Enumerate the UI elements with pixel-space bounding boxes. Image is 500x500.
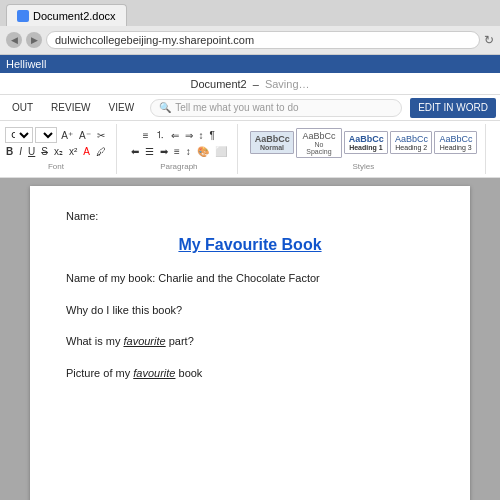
book-name-line: Name of my book: Charlie and the Chocola… bbox=[66, 270, 434, 288]
saving-status: Saving… bbox=[265, 78, 310, 90]
tab-view[interactable]: VIEW bbox=[101, 95, 143, 120]
style-heading1[interactable]: AaBbCc Heading 1 bbox=[344, 131, 388, 154]
name-label: Name: bbox=[66, 210, 98, 222]
highlight-button[interactable]: 🖊 bbox=[94, 145, 108, 158]
picture-suffix: book bbox=[175, 367, 202, 379]
book-name-prompt: Name of my book: bbox=[66, 272, 155, 284]
format-clear-button[interactable]: ✂ bbox=[95, 129, 107, 142]
name-field-line: Name: bbox=[66, 210, 434, 222]
strikethrough-button[interactable]: S bbox=[39, 145, 50, 158]
favourite-part-line: What is my favourite part? bbox=[66, 333, 434, 351]
paragraph-group: ≡ ⒈ ⇐ ⇒ ↕ ¶ ⬅ ☰ ➡ ≡ ↕ 🎨 ⬜ Paragraph bbox=[129, 124, 238, 174]
style-no-spacing[interactable]: AaBbCc No Spacing bbox=[296, 128, 342, 158]
document-page: Name: My Favourite Book Name of my book:… bbox=[30, 186, 470, 500]
address-bar: ◀ ▶ dulwichcollegebeijing-my.sharepoint.… bbox=[0, 26, 500, 54]
tab-layout[interactable]: OUT bbox=[4, 95, 41, 120]
tell-me-placeholder: Tell me what you want to do bbox=[175, 102, 298, 113]
justify-button[interactable]: ≡ bbox=[172, 145, 182, 158]
font-selectors: Calibri 12 A⁺ A⁻ ✂ bbox=[5, 127, 106, 143]
favourite-part-suffix: part? bbox=[166, 335, 194, 347]
forward-button[interactable]: ▶ bbox=[26, 32, 42, 48]
font-family-select[interactable]: Calibri bbox=[5, 127, 33, 143]
styles-group-label: Styles bbox=[352, 162, 374, 171]
favourite-part-prompt: What is my bbox=[66, 335, 123, 347]
indent-button[interactable]: ⇒ bbox=[183, 129, 195, 142]
styles-row: AaBbCc Normal AaBbCc No Spacing AaBbCc H… bbox=[250, 128, 477, 158]
font-grow-button[interactable]: A⁺ bbox=[59, 129, 75, 142]
subscript-button[interactable]: x₂ bbox=[52, 145, 65, 158]
outdent-button[interactable]: ⇐ bbox=[169, 129, 181, 142]
shading-button[interactable]: 🎨 bbox=[195, 145, 211, 158]
app-header: Helliwell bbox=[0, 55, 500, 73]
picture-word: favourite bbox=[133, 367, 175, 379]
like-prompt: Why do I like this book? bbox=[66, 304, 182, 316]
style-heading2[interactable]: AaBbCc Heading 2 bbox=[390, 131, 432, 154]
doc-title-bar: Document2 – Saving… bbox=[0, 73, 500, 95]
refresh-button[interactable]: ↻ bbox=[484, 33, 494, 47]
doc-name-label: Document2 bbox=[190, 78, 246, 90]
app-title: Helliwell bbox=[6, 58, 46, 70]
tab-bar: Document2.docx bbox=[0, 0, 500, 26]
picture-prompt: Picture of my bbox=[66, 367, 133, 379]
underline-button[interactable]: U bbox=[26, 145, 37, 158]
superscript-button[interactable]: x² bbox=[67, 145, 79, 158]
sort-button[interactable]: ↕ bbox=[197, 129, 206, 142]
font-group-label: Font bbox=[48, 162, 64, 171]
italic-button[interactable]: I bbox=[17, 145, 24, 158]
ribbon-tab-bar: OUT REVIEW VIEW 🔍 Tell me what you want … bbox=[0, 95, 500, 121]
style-heading3[interactable]: AaBbCc Heading 3 bbox=[434, 131, 476, 154]
ribbon: OUT REVIEW VIEW 🔍 Tell me what you want … bbox=[0, 95, 500, 178]
align-left-button[interactable]: ⬅ bbox=[129, 145, 141, 158]
book-name-value: Charlie and the Chocolate Factor bbox=[158, 272, 319, 284]
border-button[interactable]: ⬜ bbox=[213, 145, 229, 158]
show-marks-button[interactable]: ¶ bbox=[208, 129, 217, 142]
paragraph-group-label: Paragraph bbox=[160, 162, 197, 171]
tab-review[interactable]: REVIEW bbox=[43, 95, 98, 120]
list-row: ≡ ⒈ ⇐ ⇒ ↕ ¶ bbox=[141, 127, 217, 143]
align-right-button[interactable]: ➡ bbox=[158, 145, 170, 158]
tab-label: Document2.docx bbox=[33, 10, 116, 22]
tab-favicon-icon bbox=[17, 10, 29, 22]
align-row: ⬅ ☰ ➡ ≡ ↕ 🎨 ⬜ bbox=[129, 145, 229, 158]
align-center-button[interactable]: ☰ bbox=[143, 145, 156, 158]
document-area: Name: My Favourite Book Name of my book:… bbox=[0, 178, 500, 500]
picture-line: Picture of my favourite book bbox=[66, 365, 434, 383]
font-size-select[interactable]: 12 bbox=[35, 127, 57, 143]
document-title: My Favourite Book bbox=[66, 236, 434, 254]
font-shrink-button[interactable]: A⁻ bbox=[77, 129, 93, 142]
numbered-list-button[interactable]: ⒈ bbox=[153, 127, 167, 143]
favourite-part-word: favourite bbox=[123, 335, 165, 347]
font-color-button[interactable]: A bbox=[81, 145, 92, 158]
bullet-list-button[interactable]: ≡ bbox=[141, 129, 151, 142]
edit-in-word-button[interactable]: EDIT IN WORD bbox=[410, 98, 496, 118]
search-icon: 🔍 bbox=[159, 102, 171, 113]
like-line: Why do I like this book? bbox=[66, 302, 434, 320]
doc-separator: – bbox=[253, 78, 259, 90]
styles-group: AaBbCc Normal AaBbCc No Spacing AaBbCc H… bbox=[250, 124, 486, 174]
ribbon-tools: Calibri 12 A⁺ A⁻ ✂ B I U S x₂ x² A 🖊 Fon… bbox=[0, 121, 500, 177]
browser-tab[interactable]: Document2.docx bbox=[6, 4, 127, 26]
bold-button[interactable]: B bbox=[4, 145, 15, 158]
browser-chrome: Document2.docx ◀ ▶ dulwichcollegebeijing… bbox=[0, 0, 500, 55]
line-spacing-button[interactable]: ↕ bbox=[184, 145, 193, 158]
back-button[interactable]: ◀ bbox=[6, 32, 22, 48]
tell-me-input[interactable]: 🔍 Tell me what you want to do bbox=[150, 99, 402, 117]
style-normal[interactable]: AaBbCc Normal bbox=[250, 131, 294, 154]
font-group: Calibri 12 A⁺ A⁻ ✂ B I U S x₂ x² A 🖊 Fon… bbox=[4, 124, 117, 174]
address-input[interactable]: dulwichcollegebeijing-my.sharepoint.com bbox=[46, 31, 480, 49]
font-format-row: B I U S x₂ x² A 🖊 bbox=[4, 145, 108, 158]
